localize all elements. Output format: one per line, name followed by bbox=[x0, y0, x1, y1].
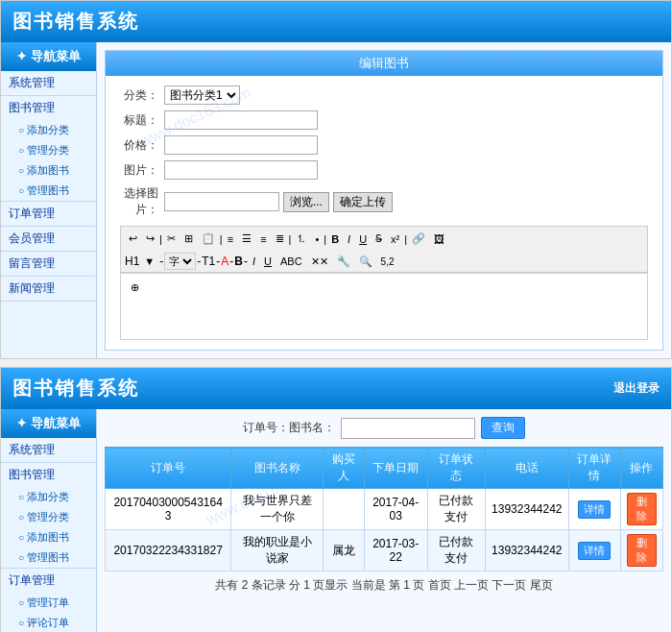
header-title-2: 图书销售系统 bbox=[12, 376, 139, 401]
p2-sidebar-sub-manage-orders[interactable]: 管理订单 bbox=[1, 593, 96, 613]
p2-sidebar-item-books[interactable]: 图书管理 bbox=[1, 463, 96, 487]
toolbar-align-center[interactable]: ☰ bbox=[238, 231, 255, 247]
detail-btn-1[interactable]: 详情 bbox=[578, 500, 611, 519]
toolbar-paste[interactable]: 📋 bbox=[198, 231, 219, 247]
toolbar-copy[interactable]: ⊞ bbox=[180, 231, 197, 247]
sidebar-sub-add-book[interactable]: 添加图书 bbox=[1, 160, 96, 181]
toolbar-misc1[interactable]: 🔧 bbox=[333, 254, 354, 270]
book-name-2: 我的职业是小说家 bbox=[231, 530, 324, 571]
toolbar-font-size[interactable]: 字 bbox=[164, 253, 196, 270]
status-2: 已付款支付 bbox=[427, 530, 485, 571]
sidebar-item-system[interactable]: 系统管理 bbox=[1, 71, 96, 95]
sidebar-item-books[interactable]: 图书管理 bbox=[1, 96, 96, 120]
toolbar-underline-btn[interactable]: U bbox=[260, 254, 276, 269]
image-input[interactable] bbox=[164, 160, 318, 180]
panel1: 图书销售系统 ✦ 导航菜单 系统管理 图书管理 添加分类 管理分类 添加图书 管… bbox=[0, 0, 672, 359]
toolbar-strikethrough[interactable]: S̶ bbox=[372, 231, 386, 247]
p2-sidebar-sub-manage-category[interactable]: 管理分类 bbox=[1, 507, 96, 527]
toolbar-italic-icon[interactable]: I bbox=[344, 231, 354, 247]
toolbar-sup-btn[interactable]: ✕✕ bbox=[307, 254, 332, 270]
category-select[interactable]: 图书分类1 bbox=[164, 85, 240, 105]
p2-sidebar-orders: 订单管理 管理订单 评论订单 bbox=[1, 569, 96, 632]
search-button[interactable]: 查询 bbox=[481, 417, 525, 439]
sidebar-item-messages[interactable]: 留言管理 bbox=[1, 252, 96, 276]
p2-sidebar-books: 图书管理 添加分类 管理分类 添加图书 管理图书 bbox=[1, 463, 96, 569]
editor-insert-btn[interactable]: ⊕ bbox=[127, 280, 143, 296]
toolbar-sep8: - bbox=[216, 255, 220, 268]
toolbar-align-left[interactable]: ≡ bbox=[224, 231, 237, 247]
browse-button[interactable]: 浏览... bbox=[283, 192, 329, 212]
toolbar-undo[interactable]: ↩ bbox=[125, 231, 141, 247]
toolbar-b-label: B bbox=[234, 255, 243, 268]
p2-sidebar-sub-manage-book[interactable]: 管理图书 bbox=[1, 547, 96, 568]
toolbar-sep5: | bbox=[404, 233, 407, 245]
p2-sidebar-sub-add-book[interactable]: 添加图书 bbox=[1, 527, 96, 547]
editor-toolbar-1: ↩ ↪ | ✂ ⊞ 📋 | ≡ ☰ ≡ ≣ | ⒈ • | bbox=[120, 226, 648, 251]
toolbar-subscript[interactable]: x² bbox=[387, 231, 403, 247]
toolbar-align-right[interactable]: ≡ bbox=[256, 231, 270, 247]
price-input[interactable] bbox=[164, 135, 318, 155]
sidebar-sub-add-category[interactable]: 添加分类 bbox=[1, 120, 96, 140]
toolbar-underline-icon[interactable]: U bbox=[355, 231, 371, 247]
toolbar-ol[interactable]: ⒈ bbox=[292, 230, 310, 248]
pagination: 共有 2 条记录 分 1 页显示 当前是 第 1 页 首页 上一页 下一页 尾页 bbox=[105, 571, 663, 599]
upload-row: 选择图片： 浏览... 确定上传 bbox=[120, 185, 648, 218]
delete-btn-2[interactable]: 删除 bbox=[627, 534, 657, 567]
image-label: 图片： bbox=[120, 162, 158, 179]
sidebar-item-news[interactable]: 新闻管理 bbox=[1, 277, 96, 301]
toolbar-ul[interactable]: • bbox=[311, 231, 323, 247]
toolbar-italic-btn[interactable]: I bbox=[249, 254, 259, 269]
p2-sidebar-item-system[interactable]: 系统管理 bbox=[1, 438, 96, 462]
toolbar-sep7: - bbox=[197, 255, 201, 268]
sidebar-1: ✦ 导航菜单 系统管理 图书管理 添加分类 管理分类 添加图书 管理图书 订单管… bbox=[1, 42, 97, 358]
p2-sidebar-sub-comment-orders[interactable]: 评论订单 bbox=[1, 613, 96, 632]
sidebar-item-orders[interactable]: 订单管理 bbox=[1, 202, 96, 226]
toolbar-sep6: - bbox=[159, 255, 163, 268]
toolbar-sep10: - bbox=[244, 255, 248, 268]
sidebar-item-members[interactable]: 会员管理 bbox=[1, 227, 96, 251]
detail-cell-1: 详情 bbox=[568, 489, 620, 530]
sidebar-header-1: ✦ 导航菜单 bbox=[1, 42, 96, 71]
sidebar-section-orders: 订单管理 bbox=[1, 202, 96, 227]
col-phone: 电话 bbox=[486, 448, 568, 489]
toolbar-justify[interactable]: ≣ bbox=[272, 231, 288, 247]
title-label: 标题： bbox=[120, 112, 158, 129]
toolbar-h1-label: H1 bbox=[125, 255, 139, 268]
form-row-title: 标题： bbox=[120, 110, 648, 130]
sidebar-sub-manage-category[interactable]: 管理分类 bbox=[1, 140, 96, 160]
editor-content-area[interactable]: ⊕ bbox=[120, 273, 648, 340]
file-path-input[interactable] bbox=[164, 192, 279, 211]
toolbar-bold-icon[interactable]: B bbox=[327, 231, 343, 247]
toolbar-h-select[interactable]: ▼ bbox=[140, 254, 158, 269]
form-panel-title: 编辑图书 bbox=[106, 51, 662, 76]
book-name-1: 我与世界只差一个你 bbox=[231, 489, 324, 530]
toolbar-a-label: A bbox=[221, 255, 228, 268]
toolbar-abc-btn[interactable]: ABC bbox=[276, 254, 306, 269]
p2-sidebar-system: 系统管理 bbox=[1, 438, 96, 463]
buyer-2: 属龙 bbox=[323, 530, 364, 571]
p2-sidebar-item-orders[interactable]: 订单管理 bbox=[1, 569, 96, 593]
sidebar-2: ✦ 导航菜单 系统管理 图书管理 添加分类 管理分类 添加图书 管理图书 订单管… bbox=[1, 409, 97, 632]
table-row: 20170403000543164​3 我与世界只差一个你 2017-04-03… bbox=[106, 489, 663, 530]
detail-btn-2[interactable]: 详情 bbox=[578, 542, 611, 560]
sidebar-section-messages: 留言管理 bbox=[1, 252, 96, 277]
search-bar: 订单号：图书名： 查询 bbox=[105, 417, 663, 439]
toolbar-misc2[interactable]: 🔍 bbox=[355, 254, 376, 270]
sidebar-sub-manage-book[interactable]: 管理图书 bbox=[1, 181, 96, 201]
title-input[interactable] bbox=[164, 110, 318, 130]
logout-link[interactable]: 退出登录 bbox=[613, 380, 660, 397]
date-1: 2017-04-03 bbox=[364, 489, 427, 530]
action-cell-1: 删除 bbox=[620, 489, 662, 530]
toolbar-cut[interactable]: ✂ bbox=[163, 231, 180, 247]
p2-sidebar-sub-add-category[interactable]: 添加分类 bbox=[1, 487, 96, 507]
toolbar-redo[interactable]: ↪ bbox=[142, 231, 158, 247]
confirm-upload-button[interactable]: 确定上传 bbox=[333, 192, 393, 212]
toolbar-sep4: | bbox=[324, 233, 326, 245]
delete-btn-1[interactable]: 删除 bbox=[627, 493, 657, 525]
content-area-2: 订单号：图书名： 查询 订单号 图书名称 购买人 下单日期 订单状态 电话 订单… bbox=[97, 409, 671, 632]
search-input[interactable] bbox=[341, 418, 475, 439]
col-date: 下单日期 bbox=[364, 448, 427, 489]
toolbar-link[interactable]: 🔗 bbox=[408, 231, 429, 247]
toolbar-image-insert[interactable]: 🖼 bbox=[430, 231, 448, 247]
col-buyer: 购买人 bbox=[323, 448, 364, 489]
